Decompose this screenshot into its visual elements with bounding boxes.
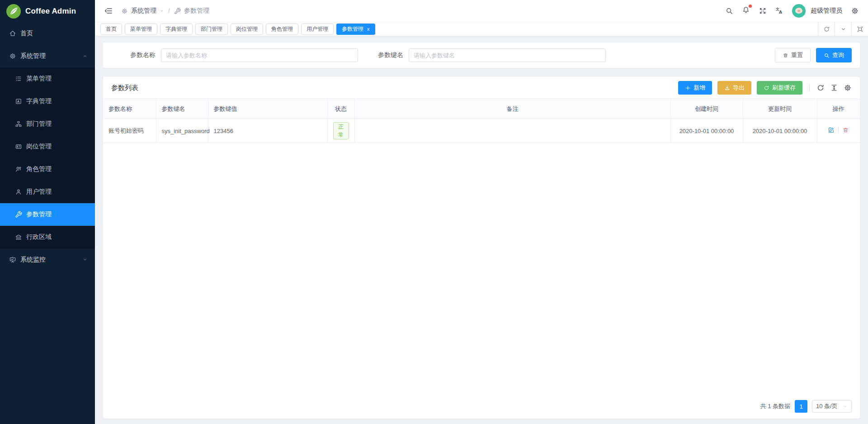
- export-button[interactable]: 导出: [717, 81, 751, 95]
- tab-department-management[interactable]: 部门管理: [195, 24, 228, 35]
- add-button[interactable]: 新增: [678, 81, 712, 95]
- card-toolbar: 参数列表 新增 导出 刷新缓存: [103, 77, 860, 99]
- table-header-row: 参数名称 参数键名 参数键值 状态 备注 创建时间 更新时间 操作: [103, 99, 860, 119]
- tab-menu-management[interactable]: 菜单管理: [125, 24, 157, 35]
- page-content: 参数名称 参数键名 重置 查询: [95, 36, 868, 424]
- sidebar-item-dictionary-management[interactable]: 字典管理: [0, 90, 95, 113]
- chevron-down-icon[interactable]: [160, 9, 164, 13]
- app-logo[interactable]: Coffee Admin: [0, 0, 95, 22]
- tab-options-dropdown[interactable]: [835, 22, 851, 36]
- menu-list-icon: [15, 75, 22, 82]
- sidebar-submenu-system: 菜单管理 字典管理 部门管理 岗位管理 角色管理: [0, 67, 95, 248]
- column-settings-gear-icon[interactable]: [844, 84, 852, 92]
- column-height-icon[interactable]: [830, 84, 838, 92]
- card-title: 参数列表: [111, 84, 138, 92]
- settings-gear-icon[interactable]: [851, 7, 859, 15]
- app-root: Coffee Admin 首页 系统管理 菜单管理 字典管理: [0, 0, 868, 424]
- chevron-down-icon: [840, 26, 847, 33]
- download-icon: [724, 85, 730, 91]
- sidebar-item-admin-region[interactable]: 行政区域: [0, 226, 95, 248]
- tabbar: 首页 菜单管理 字典管理 部门管理 岗位管理 角色管理 用户管理 参数管理 x: [95, 22, 868, 36]
- tab-post-management[interactable]: 岗位管理: [231, 24, 263, 35]
- sidebar-item-label: 参数管理: [26, 210, 52, 219]
- tab-label: 岗位管理: [236, 25, 258, 33]
- sidebar-item-user-management[interactable]: 用户管理: [0, 181, 95, 203]
- top-header: 系统管理 / 参数管理 超级管理员: [95, 0, 868, 22]
- tab-maximize-button[interactable]: [851, 22, 868, 36]
- sidebar-item-parameter-management[interactable]: 参数管理: [0, 203, 95, 226]
- page-1-button[interactable]: 1: [795, 400, 807, 413]
- refresh-cache-button[interactable]: 刷新缓存: [757, 81, 802, 95]
- fullscreen-icon[interactable]: [759, 7, 767, 15]
- parameter-table: 参数名称 参数键名 参数键值 状态 备注 创建时间 更新时间 操作 账号初始密码: [103, 99, 860, 143]
- sidebar-item-menu-management[interactable]: 菜单管理: [0, 67, 95, 90]
- cell-status: 正常: [327, 119, 354, 143]
- sidebar-item-role-management[interactable]: 角色管理: [0, 158, 95, 181]
- sidebar-item-label: 字典管理: [26, 97, 52, 105]
- refresh-table-icon[interactable]: [816, 84, 825, 92]
- param-key-input[interactable]: [409, 48, 606, 62]
- parameter-list-card: 参数列表 新增 导出 刷新缓存: [103, 77, 860, 419]
- page-size-select[interactable]: 10 条/页: [812, 400, 852, 413]
- breadcrumb-separator: /: [168, 7, 170, 14]
- table-row: 账号初始密码 sys_init_password 123456 正常 2020-…: [103, 119, 860, 143]
- notifications-button[interactable]: [742, 6, 750, 16]
- username[interactable]: 超级管理员: [811, 7, 842, 15]
- sidebar-item-label: 部门管理: [26, 120, 52, 128]
- main-area: 系统管理 / 参数管理 超级管理员 首页 菜单管: [95, 0, 868, 424]
- header-actions: 超级管理员: [725, 4, 859, 18]
- param-key-form-item: 参数键名: [378, 48, 606, 62]
- tab-parameter-management[interactable]: 参数管理 x: [336, 24, 375, 35]
- breadcrumb-parameter-management: 参数管理: [184, 7, 209, 15]
- refresh-icon: [764, 85, 769, 91]
- cell-param-value: 123456: [208, 119, 327, 143]
- gear-icon: [9, 52, 16, 60]
- role-icon: [15, 166, 22, 173]
- tab-label: 部门管理: [201, 25, 222, 33]
- tab-home[interactable]: 首页: [100, 24, 122, 35]
- col-header-param-key: 参数键名: [156, 99, 208, 119]
- cell-actions: [817, 119, 860, 143]
- breadcrumb-system-management[interactable]: 系统管理: [131, 7, 156, 15]
- col-header-remark: 备注: [354, 99, 670, 119]
- tab-label: 菜单管理: [130, 25, 152, 33]
- bank-icon: [15, 233, 22, 241]
- pagination: 共 1 条数据 1 10 条/页: [760, 400, 852, 413]
- tab-role-management[interactable]: 角色管理: [266, 24, 298, 35]
- org-tree-icon: [15, 120, 22, 128]
- plus-icon: [685, 85, 691, 91]
- reset-button[interactable]: 重置: [775, 48, 811, 62]
- delete-trash-icon[interactable]: [842, 127, 849, 133]
- sidebar-item-system-management[interactable]: 系统管理: [0, 45, 95, 67]
- col-header-status: 状态: [327, 99, 354, 119]
- cell-created-time: 2020-10-01 00:00:00: [670, 119, 743, 143]
- tab-refresh-button[interactable]: [818, 22, 835, 36]
- tab-user-management[interactable]: 用户管理: [301, 24, 334, 35]
- tab-label: 参数管理: [342, 25, 363, 33]
- query-button[interactable]: 查询: [816, 48, 852, 62]
- export-button-label: 导出: [733, 84, 745, 92]
- user-icon: [15, 188, 22, 195]
- sidebar-item-post-management[interactable]: 岗位管理: [0, 135, 95, 158]
- menu-fold-icon[interactable]: [104, 6, 113, 15]
- chevron-down-icon: [843, 404, 848, 409]
- sidebar-item-system-monitor[interactable]: 系统监控: [0, 248, 95, 271]
- sidebar-menu: 首页 系统管理 菜单管理 字典管理 部门管理: [0, 22, 95, 424]
- search-icon[interactable]: [725, 7, 733, 15]
- cell-param-name: 账号初始密码: [103, 119, 156, 143]
- tab-dictionary-management[interactable]: 字典管理: [160, 24, 193, 35]
- param-name-input[interactable]: [161, 48, 358, 62]
- edit-icon[interactable]: [828, 127, 835, 133]
- translate-icon[interactable]: [775, 7, 783, 15]
- breadcrumb: 系统管理 / 参数管理: [121, 7, 209, 15]
- refresh-cache-button-label: 刷新缓存: [772, 84, 796, 92]
- sidebar-item-home[interactable]: 首页: [0, 22, 95, 45]
- search-actions: 重置 查询: [775, 48, 852, 62]
- tab-close-icon[interactable]: x: [367, 26, 370, 32]
- avatar[interactable]: [792, 4, 806, 18]
- param-key-label: 参数键名: [378, 51, 403, 59]
- sidebar-item-label: 系统监控: [20, 256, 46, 264]
- tabbar-controls: [818, 22, 868, 36]
- sidebar-item-department-management[interactable]: 部门管理: [0, 113, 95, 135]
- param-name-label: 参数名称: [111, 51, 156, 59]
